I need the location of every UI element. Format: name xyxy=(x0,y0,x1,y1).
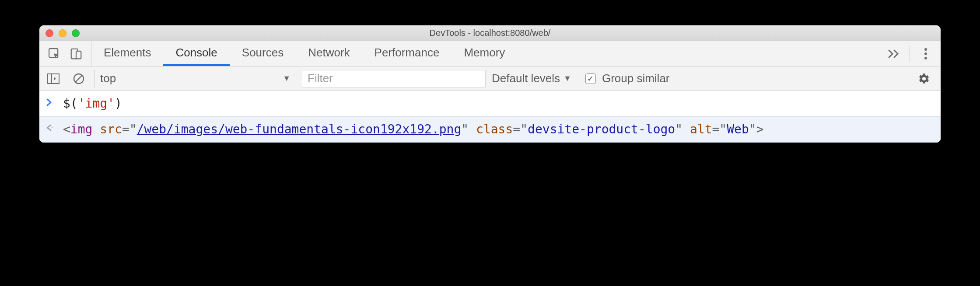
window-title: DevTools - localhost:8080/web/ xyxy=(39,28,941,38)
clear-console-icon[interactable] xyxy=(69,69,88,88)
kebab-menu-icon[interactable] xyxy=(916,44,935,63)
tab-bar: Elements Console Sources Network Perform… xyxy=(39,41,941,66)
console-body: $('img') <img src="/web/images/web-funda… xyxy=(39,91,941,143)
zoom-icon[interactable] xyxy=(72,29,80,37)
context-label: top xyxy=(100,72,116,85)
divider xyxy=(910,46,910,62)
svg-point-10 xyxy=(52,127,52,128)
tab-performance[interactable]: Performance xyxy=(362,41,452,66)
svg-rect-0 xyxy=(49,49,58,57)
console-input-code: $('img') xyxy=(63,95,122,112)
tab-sources[interactable]: Sources xyxy=(230,41,296,66)
window-controls xyxy=(39,29,80,37)
console-toolbar: top ▼ Default levels ▼ ✓ Group similar xyxy=(39,66,941,91)
minimize-icon[interactable] xyxy=(59,29,66,37)
svg-rect-2 xyxy=(76,51,81,59)
group-similar-checkbox[interactable]: ✓ xyxy=(585,73,596,84)
toggle-sidebar-icon[interactable] xyxy=(44,69,63,88)
devtools-window: DevTools - localhost:8080/web/ Elements … xyxy=(39,25,941,143)
tab-memory[interactable]: Memory xyxy=(452,41,517,66)
tab-console[interactable]: Console xyxy=(163,41,229,66)
input-chevron-icon xyxy=(46,95,58,107)
svg-point-5 xyxy=(924,57,927,59)
console-output-row[interactable]: <img src="/web/images/web-fundamentals-i… xyxy=(39,116,941,143)
group-similar-label: Group similar xyxy=(602,72,670,85)
close-icon[interactable] xyxy=(46,29,53,37)
levels-label: Default levels xyxy=(492,72,560,85)
chevron-down-icon: ▼ xyxy=(564,74,571,83)
inspect-element-icon[interactable] xyxy=(45,44,64,63)
output-chevron-icon xyxy=(46,121,58,132)
svg-point-4 xyxy=(924,52,927,55)
console-output-code: <img src="/web/images/web-fundamentals-i… xyxy=(63,121,764,138)
svg-point-3 xyxy=(924,48,927,51)
svg-rect-6 xyxy=(48,74,59,84)
chevron-down-icon: ▼ xyxy=(283,74,290,83)
svg-line-9 xyxy=(75,75,82,82)
filter-input[interactable] xyxy=(302,70,486,87)
execution-context-select[interactable]: top ▼ xyxy=(94,70,296,87)
device-toolbar-icon[interactable] xyxy=(66,44,86,63)
more-tabs-icon[interactable] xyxy=(884,44,903,63)
titlebar[interactable]: DevTools - localhost:8080/web/ xyxy=(39,25,941,41)
console-input-row[interactable]: $('img') xyxy=(39,91,941,116)
log-levels-select[interactable]: Default levels ▼ xyxy=(492,72,571,85)
tab-network[interactable]: Network xyxy=(296,41,362,66)
gear-icon[interactable] xyxy=(914,69,934,88)
tab-elements[interactable]: Elements xyxy=(91,41,163,66)
tab-list: Elements Console Sources Network Perform… xyxy=(91,41,879,66)
